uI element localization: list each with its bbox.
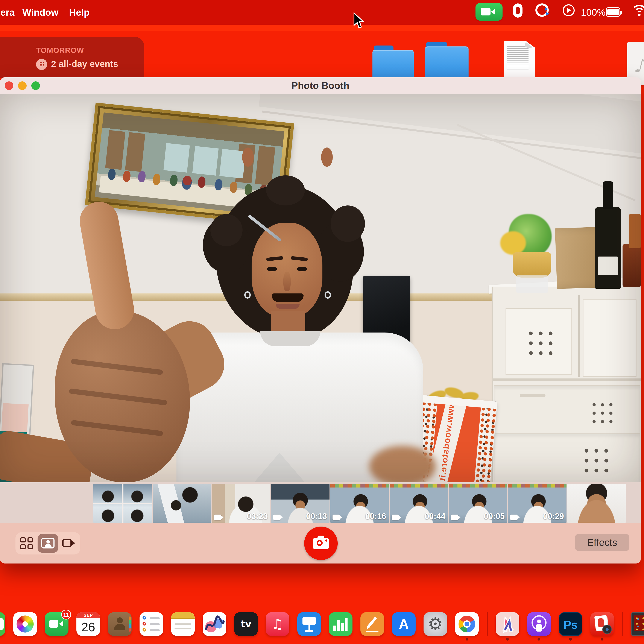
dock-app-system-settings[interactable]: ⚙ bbox=[424, 612, 447, 636]
facetime-video-status-icon[interactable] bbox=[475, 3, 503, 21]
person-ear-left bbox=[242, 147, 254, 167]
dock-app-numbers[interactable] bbox=[329, 612, 352, 636]
thumbnail-video[interactable]: 03:23 bbox=[212, 484, 270, 523]
menu-bar: era Window Help 100% bbox=[0, 0, 644, 25]
dock-app-photo-booth[interactable] bbox=[590, 612, 614, 636]
thumbnail-photo-selfie[interactable] bbox=[567, 484, 626, 523]
mustache bbox=[272, 293, 304, 302]
photo-booth-toolbar: Effects bbox=[0, 523, 641, 563]
music-note-icon: ♫ bbox=[271, 616, 284, 632]
dock-app-photos[interactable] bbox=[13, 612, 37, 636]
camera-lens-icon bbox=[602, 625, 612, 634]
dock-app-photoshop[interactable]: Ps bbox=[559, 612, 582, 636]
capture-filmstrip: 03:23 00:13 00:16 00:44 00:05 00:29 bbox=[0, 482, 641, 523]
thumbnail-video[interactable]: 00:29 bbox=[508, 484, 567, 523]
video-duration: 03:23 bbox=[247, 512, 268, 521]
video-view-button[interactable] bbox=[59, 534, 79, 553]
dock-app-keynote[interactable] bbox=[297, 612, 321, 636]
dock-app-calendar[interactable]: SEP 26 bbox=[76, 612, 100, 636]
video-duration: 00:05 bbox=[484, 512, 505, 521]
dock-app-freeform[interactable] bbox=[203, 612, 226, 636]
wifi-icon[interactable] bbox=[631, 5, 644, 19]
window-title: Photo Booth bbox=[0, 77, 641, 94]
menu-item-window[interactable]: Window bbox=[22, 0, 58, 25]
desktop-folder-2[interactable] bbox=[425, 42, 469, 80]
thumbnail-video[interactable]: 00:13 bbox=[271, 484, 330, 523]
dock-divider bbox=[622, 612, 623, 636]
dock-app-music[interactable]: ♫ bbox=[266, 612, 289, 636]
dock-app-app-store[interactable]: A bbox=[392, 612, 416, 636]
dock-app-facetime[interactable]: 11 bbox=[45, 612, 68, 636]
video-camera-icon bbox=[510, 515, 518, 520]
person-face bbox=[252, 223, 322, 317]
dock-minimized-window[interactable] bbox=[631, 612, 644, 636]
running-indicator-chrome bbox=[466, 638, 468, 641]
amber-bottle bbox=[623, 244, 641, 287]
dock-app-apple-tv[interactable]: tv bbox=[234, 612, 258, 636]
thumbnail-photo[interactable] bbox=[153, 484, 211, 523]
video-camera-icon bbox=[214, 515, 221, 520]
video-duration: 00:44 bbox=[425, 512, 445, 521]
calendar-month: SEP bbox=[76, 612, 100, 618]
gear-icon: ⚙ bbox=[428, 614, 443, 634]
drawer bbox=[494, 385, 640, 433]
overlapping-a-icon bbox=[496, 612, 519, 636]
ceiling bbox=[259, 94, 641, 156]
effects-button[interactable]: Effects bbox=[575, 534, 629, 551]
dock-divider bbox=[487, 612, 488, 636]
grid-icon bbox=[20, 537, 33, 549]
storage-cube bbox=[583, 299, 636, 377]
running-indicator-photo-booth bbox=[601, 638, 603, 641]
glass-jar bbox=[516, 275, 548, 293]
thumbnail-video[interactable]: 00:44 bbox=[390, 484, 448, 523]
calendar-widget[interactable]: TOMORROW 2 all-day events 2 Events bbox=[0, 37, 144, 78]
yellow-wrap bbox=[500, 231, 526, 255]
dock-app-notes[interactable] bbox=[171, 612, 195, 636]
dock-app-pages[interactable] bbox=[360, 612, 384, 636]
running-indicator-photoshop bbox=[569, 638, 572, 641]
desktop-wallpaper-strip bbox=[0, 25, 644, 31]
notification-badge: 11 bbox=[61, 610, 71, 620]
champagne-bottle bbox=[595, 207, 621, 289]
thumbnail-video[interactable]: 00:16 bbox=[330, 484, 389, 523]
play-status-icon[interactable] bbox=[563, 4, 575, 16]
thumbnail-video[interactable]: 00:05 bbox=[449, 484, 507, 523]
video-camera-icon bbox=[333, 515, 340, 520]
thumbnail-photo-grid[interactable] bbox=[93, 484, 152, 523]
mouse-cursor bbox=[353, 12, 365, 30]
video-duration: 00:29 bbox=[543, 512, 564, 521]
creative-cloud-icon[interactable] bbox=[535, 3, 549, 17]
photo-view-button[interactable] bbox=[38, 534, 58, 553]
drawer bbox=[494, 433, 640, 482]
dock-app-podcasts[interactable] bbox=[527, 612, 551, 636]
video-camera-icon bbox=[451, 515, 458, 520]
photo-booth-window: Photo Booth bbox=[0, 77, 641, 563]
video-camera-icon bbox=[62, 539, 72, 547]
dock-app-reminders[interactable] bbox=[140, 612, 163, 636]
window-title-bar[interactable]: Photo Booth bbox=[0, 77, 641, 94]
desktop-folder-1[interactable] bbox=[372, 46, 414, 82]
battery-icon[interactable] bbox=[606, 7, 620, 17]
video-camera-icon bbox=[273, 515, 281, 520]
video-duration: 00:16 bbox=[365, 512, 386, 521]
freeform-squiggle-icon bbox=[203, 612, 226, 636]
dock-app-contacts[interactable] bbox=[108, 612, 132, 636]
battery-percentage: 100% bbox=[581, 0, 606, 25]
four-up-view-button[interactable] bbox=[16, 534, 37, 553]
shutter-button[interactable] bbox=[304, 527, 338, 560]
white-shelf-unit bbox=[492, 287, 641, 482]
menu-item-camera-partial[interactable]: era bbox=[0, 0, 15, 25]
dock-app-messages-partial[interactable] bbox=[0, 612, 5, 636]
record-status-icon[interactable] bbox=[513, 3, 522, 18]
menu-item-help[interactable]: Help bbox=[69, 0, 90, 25]
storage-cube bbox=[506, 308, 572, 375]
running-indicator-podcasts bbox=[538, 638, 540, 641]
dock-app-art[interactable] bbox=[496, 612, 519, 636]
dock-app-chrome[interactable] bbox=[455, 612, 479, 636]
hoop-earring-left bbox=[244, 291, 251, 299]
dock: 11 SEP 26 tv ♫ A ⚙ bbox=[0, 610, 644, 636]
calendar-day: 26 bbox=[76, 618, 100, 636]
widget-all-day-row: 2 all-day events bbox=[36, 59, 118, 69]
camera-preview: www.woodstore.it bbox=[0, 94, 641, 482]
portrait-icon bbox=[41, 538, 55, 548]
